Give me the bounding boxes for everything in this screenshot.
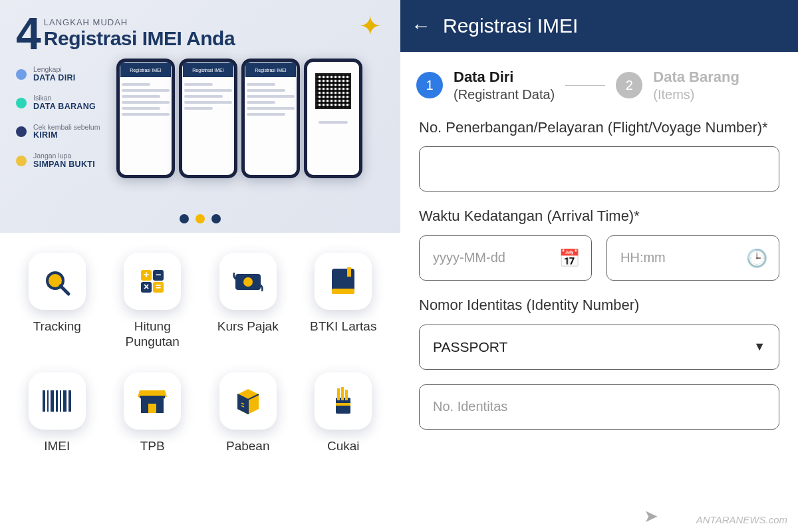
carousel-dots[interactable] — [180, 214, 221, 223]
svg-rect-25 — [148, 404, 156, 413]
identity-type-value: PASSPORT — [433, 339, 507, 355]
svg-rect-19 — [56, 390, 58, 412]
svg-rect-29 — [345, 390, 348, 400]
flight-label: No. Penerbangan/Pelayaran (Flight/Voyage… — [419, 118, 779, 138]
tile-label: Tracking — [33, 319, 81, 334]
banner-title: Registrasi IMEI Anda — [44, 27, 235, 50]
promo-banner: 4 LANGKAH MUDAH Registrasi IMEI Anda ✦ L… — [0, 0, 400, 233]
svg-text:×: × — [144, 281, 149, 292]
svg-text:+: + — [144, 269, 149, 280]
app-home-screen: 4 LANGKAH MUDAH Registrasi IMEI Anda ✦ L… — [0, 0, 400, 532]
share-icon[interactable]: ➤ — [644, 506, 658, 527]
svg-rect-20 — [60, 390, 61, 412]
svg-line-2 — [61, 286, 68, 294]
tile-label: Pabean — [226, 439, 270, 454]
svg-rect-28 — [341, 387, 344, 400]
svg-rect-15 — [347, 267, 351, 277]
tile-label: IMEI — [44, 439, 70, 454]
app-bar: ← Registrasi IMEI — [400, 0, 798, 52]
svg-rect-27 — [337, 388, 340, 400]
crest-icon: ✦ — [359, 11, 382, 41]
step-1-labels: Data Diri (Registrant Data) — [454, 68, 555, 103]
step-indicator-2[interactable]: 2 — [616, 72, 642, 98]
watermark: ANTARANEWS.com — [696, 514, 787, 525]
tile-label: BTKI Lartas — [310, 319, 376, 334]
step-2-labels: Data Barang (Items) — [653, 68, 739, 103]
tile-label: Hitung Pungutan — [126, 319, 180, 350]
form-screen: ← Registrasi IMEI 1 Data Diri (Registran… — [400, 0, 798, 532]
stepper-connector — [565, 85, 605, 86]
barcode-icon — [29, 372, 86, 430]
phone-mockups: Registrasi IMEI Registrasi IMEI Registra… — [116, 59, 362, 178]
svg-rect-21 — [63, 390, 66, 412]
back-arrow-icon[interactable]: ← — [411, 15, 431, 37]
app-title: Registrasi IMEI — [443, 15, 578, 37]
chevron-down-icon: ▼ — [753, 340, 765, 354]
book-icon — [315, 253, 372, 310]
carousel-dot[interactable] — [180, 214, 189, 223]
svg-rect-24 — [140, 396, 165, 398]
tile-tpb[interactable]: TPB — [105, 372, 201, 454]
svg-rect-22 — [68, 390, 71, 412]
tile-tracking[interactable]: Tracking — [9, 253, 105, 350]
carousel-dot-active[interactable] — [196, 214, 205, 223]
money-refresh-icon — [219, 253, 277, 310]
carousel-dot[interactable] — [211, 214, 221, 223]
svg-rect-18 — [51, 390, 54, 412]
clock-icon[interactable]: 🕒 — [746, 247, 767, 268]
tile-label: Cukai — [327, 439, 360, 454]
tile-imei[interactable]: IMEI — [9, 372, 105, 454]
calculator-icon: +−×= — [124, 253, 181, 310]
svg-rect-14 — [332, 289, 354, 294]
identity-type-select[interactable]: PASSPORT ▼ — [419, 325, 779, 370]
flight-input[interactable] — [419, 146, 779, 192]
banner-subtitle: LANGKAH MUDAH — [44, 17, 235, 27]
tile-hitung[interactable]: +−×= Hitung Pungutan — [105, 253, 201, 350]
calendar-icon[interactable]: 📅 — [559, 247, 580, 268]
tile-btki[interactable]: BTKI Lartas — [296, 253, 392, 350]
tile-cukai[interactable]: Cukai — [296, 372, 392, 454]
tile-pabean[interactable]: Pabean — [200, 372, 296, 454]
svg-rect-17 — [47, 390, 49, 412]
cigarette-fries-icon — [315, 372, 372, 430]
svg-rect-30 — [336, 403, 350, 406]
menu-grid: Tracking +−×= Hitung Pungutan Kurs Pajak… — [0, 233, 400, 454]
tile-label: Kurs Pajak — [217, 319, 279, 334]
svg-text:=: = — [156, 281, 161, 292]
svg-text:−: − — [156, 269, 161, 280]
package-icon — [219, 372, 277, 430]
svg-rect-16 — [43, 390, 45, 412]
stepper: 1 Data Diri (Registrant Data) 2 Data Bar… — [400, 52, 798, 111]
arrival-label: Waktu Kedatangan (Arrival Time)* — [419, 206, 779, 226]
tile-label: TPB — [140, 439, 165, 454]
identity-label: Nomor Identitas (Identity Number) — [419, 295, 779, 315]
svg-point-12 — [243, 277, 253, 287]
tile-kurs[interactable]: Kurs Pajak — [200, 253, 296, 350]
search-box-icon — [29, 253, 86, 310]
step-indicator-1[interactable]: 1 — [416, 72, 443, 98]
identity-number-input[interactable] — [419, 384, 779, 430]
big-number: 4 — [16, 13, 40, 54]
store-icon — [124, 372, 181, 430]
